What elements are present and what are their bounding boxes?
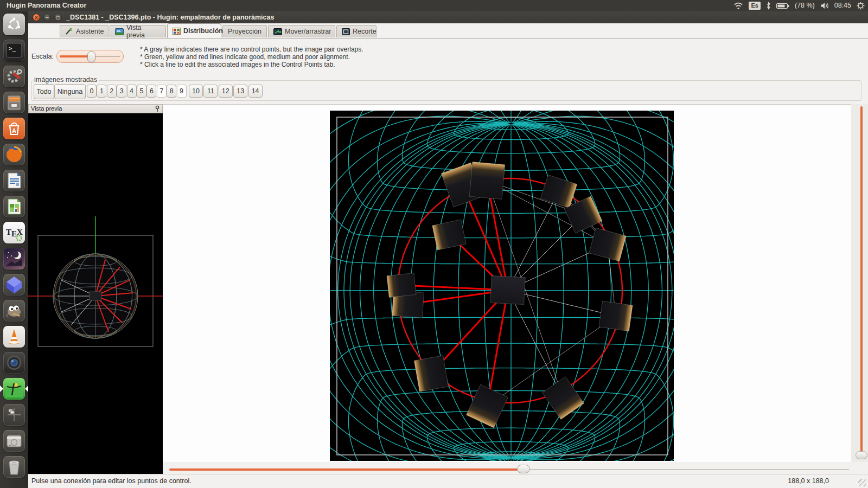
image-thumbnail[interactable] <box>540 175 577 208</box>
clock[interactable]: 08:45 <box>834 0 851 11</box>
minimize-button[interactable]: – <box>43 14 51 21</box>
hint-line-2: * Green, yellow and red lines indicate g… <box>140 53 350 61</box>
image-toggle-0[interactable]: 0 <box>87 85 97 98</box>
volume-icon[interactable] <box>820 2 829 9</box>
launcher-item-hard-disk[interactable] <box>3 430 25 452</box>
scale-slider-fill <box>60 55 90 57</box>
hint-line-1: * A gray line indicates there are no con… <box>140 46 363 53</box>
layout-canvas-area <box>163 104 851 463</box>
launcher-item-firefox[interactable] <box>3 144 25 165</box>
panorama-layout-canvas[interactable] <box>330 111 674 461</box>
launcher-item-stellarium[interactable] <box>3 248 25 269</box>
bluetooth-icon[interactable] <box>766 2 771 10</box>
tab-label: Asistente <box>76 28 104 35</box>
tab-distribuci-n[interactable]: Distribución <box>167 23 221 38</box>
horizontal-slider-track <box>524 469 849 470</box>
scale-slider[interactable] <box>56 50 124 63</box>
launcher-item-blue-cube[interactable] <box>3 274 25 296</box>
image-thumbnail[interactable] <box>542 377 584 420</box>
system-tray: Es (78 %) 08:45 <box>733 0 865 11</box>
launcher-item-files[interactable] <box>3 92 25 113</box>
center-image-marker <box>90 292 101 300</box>
wifi-icon[interactable] <box>733 2 743 10</box>
image-toggle-2[interactable]: 2 <box>107 85 117 98</box>
maximize-button[interactable]: ▢ <box>54 14 62 21</box>
tab-asistente[interactable]: Asistente <box>60 25 108 37</box>
vertical-slider-track <box>860 106 863 453</box>
tab-mover-arrastrar[interactable]: Mover/arrastrar <box>268 25 335 37</box>
vertical-slider[interactable] <box>851 104 868 462</box>
session-gear-icon[interactable] <box>857 2 865 10</box>
canvas-size-readout: 188,0 x 188,0 <box>788 477 829 485</box>
image-thumbnail[interactable] <box>490 275 526 304</box>
image-toggle-14[interactable]: 14 <box>248 85 263 98</box>
scale-slider-handle[interactable] <box>87 52 95 62</box>
pin-icon[interactable] <box>154 105 161 113</box>
image-thumbnail[interactable] <box>469 162 505 200</box>
horizontal-slider[interactable] <box>163 462 868 474</box>
image-toggle-4[interactable]: 4 <box>127 85 137 98</box>
preview-panel-title: Vista previa <box>31 105 62 112</box>
tab-recorte[interactable]: Recorte <box>336 25 376 37</box>
preview-3d-panel[interactable] <box>28 113 163 474</box>
tab-label: Distribución <box>183 27 223 35</box>
image-thumbnail[interactable] <box>387 273 416 297</box>
launcher-item-vlc[interactable] <box>3 326 25 348</box>
launcher-item-hugin[interactable] <box>3 378 25 400</box>
show-all-button[interactable]: Todo <box>34 84 54 99</box>
horizontal-slider-fill <box>169 468 524 471</box>
tab-vista-previa[interactable]: GLVista previa <box>110 25 166 37</box>
resize-grip[interactable] <box>858 479 866 486</box>
app-menu-title[interactable]: Hugin Panorama Creator <box>7 0 86 11</box>
preview-panel-header[interactable]: Vista previa <box>28 104 163 113</box>
scale-label: Escala: <box>31 53 54 60</box>
image-toggle-13[interactable]: 13 <box>233 85 247 98</box>
image-toggle-1[interactable]: 1 <box>97 85 106 98</box>
svg-text:>_: >_ <box>9 45 16 52</box>
images-shown-label: imágenes mostradas <box>33 76 99 84</box>
launcher-item-ubuntu-dash[interactable] <box>3 14 25 35</box>
launcher-item-libreoffice-writer[interactable] <box>3 170 25 191</box>
focused-app-arrow-left <box>0 386 7 392</box>
svg-text:GL: GL <box>117 29 122 33</box>
battery-percent: (78 %) <box>795 0 815 11</box>
image-toggle-8[interactable]: 8 <box>167 85 176 98</box>
image-toggle-3[interactable]: 3 <box>117 85 126 98</box>
focused-app-arrow-right <box>22 386 28 392</box>
desktop: Hugin Panorama Creator Es (78 %) 08:45 >… <box>0 0 868 488</box>
layout-icon <box>173 28 181 35</box>
crop-icon <box>342 28 350 35</box>
image-toggle-10[interactable]: 10 <box>189 85 203 98</box>
wizard-icon <box>65 28 73 35</box>
image-toggle-9[interactable]: 9 <box>177 85 187 98</box>
image-toggle-5[interactable]: 5 <box>137 85 146 98</box>
window-titlebar[interactable]: × – ▢ _DSC1381 - _DSC1396.pto - Hugin: e… <box>28 11 868 23</box>
image-toggle-11[interactable]: 11 <box>203 85 218 98</box>
launcher-item-libreoffice-calc[interactable] <box>3 196 25 217</box>
tab-label: Vista previa <box>126 24 161 39</box>
launcher-item-trash[interactable] <box>3 456 25 478</box>
battery-icon[interactable] <box>776 3 789 9</box>
launcher-item-system-settings[interactable] <box>3 66 25 87</box>
keyboard-layout-indicator[interactable]: Es <box>749 2 760 10</box>
horizontal-slider-handle[interactable] <box>517 465 530 473</box>
launcher-item-workspace-switcher[interactable] <box>3 404 25 426</box>
close-button[interactable]: × <box>33 14 40 21</box>
status-message: Pulse una conexión para editar los punto… <box>31 477 192 485</box>
image-toggle-7[interactable]: 7 <box>157 85 167 98</box>
launcher-item-tex[interactable]: TEX <box>3 222 25 243</box>
image-toggle-6[interactable]: 6 <box>146 85 156 98</box>
image-thumbnail[interactable] <box>599 301 633 331</box>
launcher-item-gimp[interactable] <box>3 300 25 322</box>
launcher-item-software-center[interactable]: A <box>3 118 25 139</box>
tab-label: Recorte <box>353 28 376 35</box>
tab-proyecci-n[interactable]: Proyección <box>222 25 267 37</box>
vertical-slider-handle[interactable] <box>856 451 867 459</box>
show-none-button[interactable]: Ninguna <box>54 84 86 99</box>
image-thumbnail[interactable] <box>589 228 626 261</box>
image-thumbnail[interactable] <box>414 356 448 391</box>
image-toggle-12[interactable]: 12 <box>219 85 233 98</box>
launcher-item-camera-lens[interactable] <box>3 352 25 374</box>
launcher-item-terminal[interactable]: >_ <box>3 40 25 61</box>
unity-launcher: >_ATEX <box>0 11 28 488</box>
